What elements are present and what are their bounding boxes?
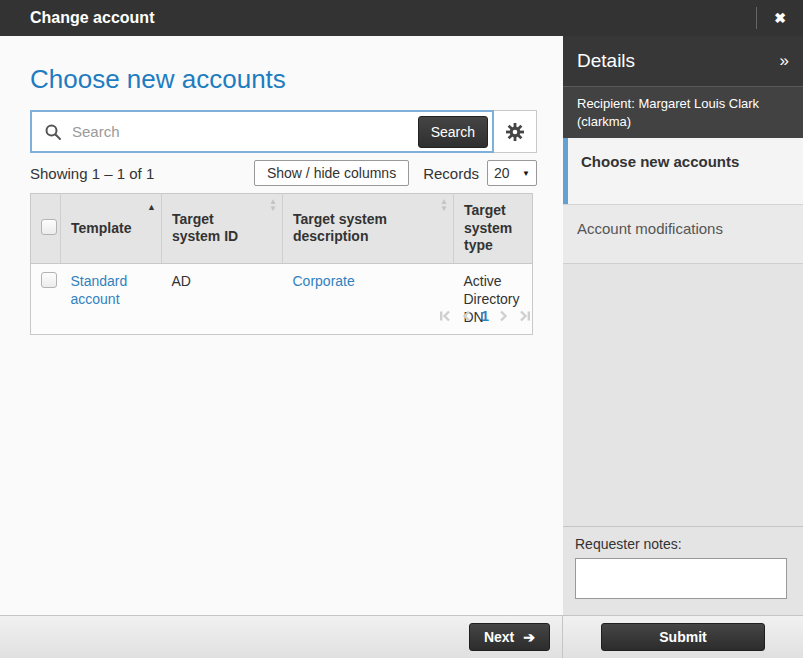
requester-notes-input[interactable]	[575, 558, 787, 599]
details-sidebar: Details » Recipient: Margaret Louis Clar…	[563, 36, 803, 615]
main-panel: Choose new accounts Search	[0, 36, 563, 615]
collapse-sidebar-icon[interactable]: »	[780, 51, 789, 71]
show-hide-columns-button[interactable]: Show / hide columns	[254, 160, 409, 186]
footer-sidebar: Submit	[563, 616, 803, 658]
column-header-target-system-id[interactable]: Target system ID ▲ ▼	[162, 194, 283, 264]
caret-down-icon: ▼	[440, 206, 448, 213]
sidebar-item-choose-new-accounts[interactable]: Choose new accounts	[563, 138, 803, 204]
search-icon	[44, 123, 62, 141]
dialog-title: Change account	[0, 9, 756, 27]
current-page-number: 1	[479, 308, 491, 324]
sort-icon: ▲ ▼	[440, 199, 448, 213]
sort-icon: ▲ ▼	[269, 199, 277, 213]
details-header: Details »	[563, 36, 803, 86]
dialog-titlebar: Change account ✖	[0, 0, 803, 36]
records-select-value: 20	[494, 165, 522, 181]
pagination: 1	[30, 308, 532, 324]
chevron-down-icon: ▼	[522, 169, 530, 178]
select-all-header	[31, 194, 61, 264]
row-checkbox[interactable]	[41, 272, 57, 288]
close-button[interactable]: ✖	[757, 0, 803, 36]
submit-button[interactable]: Submit	[601, 623, 765, 651]
footer-main: Next ➔	[0, 616, 563, 658]
search-button[interactable]: Search	[418, 116, 488, 148]
requester-notes-section: Requester notes:	[563, 526, 803, 615]
next-button[interactable]: Next ➔	[469, 623, 550, 651]
sidebar-filler	[563, 263, 803, 526]
column-header-template[interactable]: Template ▲	[61, 194, 162, 264]
last-page-button[interactable]	[517, 309, 532, 323]
details-title: Details	[577, 50, 780, 72]
caret-down-icon: ▼	[269, 206, 277, 213]
page-title: Choose new accounts	[30, 64, 533, 95]
records-label: Records	[423, 165, 479, 182]
showing-count-label: Showing 1 – 1 of 1	[30, 165, 254, 182]
previous-page-button[interactable]	[460, 309, 472, 323]
records-select[interactable]: 20 ▼	[487, 160, 537, 186]
column-header-target-system-description[interactable]: Target system description ▲ ▼	[283, 194, 454, 264]
column-label: Template	[71, 220, 131, 236]
table-header-row: Template ▲ Target system ID ▲ ▼ Target s…	[31, 194, 533, 264]
select-all-checkbox[interactable]	[41, 219, 57, 235]
requester-notes-label: Requester notes:	[575, 536, 791, 552]
column-header-target-system-type[interactable]: Target system type	[454, 194, 533, 264]
column-label: Target system description	[293, 211, 387, 245]
arrow-right-icon: ➔	[523, 629, 535, 645]
search-settings-button[interactable]	[494, 111, 536, 152]
search-field: Search	[30, 110, 494, 153]
search-bar: Search	[30, 110, 537, 153]
recipient-info: Recipient: Margaret Louis Clark (clarkma…	[563, 86, 803, 138]
next-page-button[interactable]	[498, 309, 510, 323]
template-link[interactable]: Standard account	[71, 273, 128, 307]
gear-icon	[505, 122, 525, 142]
column-label: Target system type	[464, 202, 512, 253]
table-toolbar: Showing 1 – 1 of 1 Show / hide columns R…	[30, 159, 537, 187]
search-input[interactable]	[72, 123, 418, 140]
sort-ascending-icon: ▲	[147, 202, 156, 213]
next-button-label: Next	[484, 629, 514, 645]
first-page-button[interactable]	[438, 309, 453, 323]
description-link[interactable]: Corporate	[293, 273, 355, 289]
column-label: Target system ID	[172, 211, 238, 245]
change-account-dialog: Change account ✖ Choose new accounts Sea…	[0, 0, 803, 658]
dialog-footer: Next ➔ Submit	[0, 615, 803, 658]
sidebar-item-account-modifications[interactable]: Account modifications	[563, 204, 803, 263]
close-icon: ✖	[774, 10, 786, 26]
